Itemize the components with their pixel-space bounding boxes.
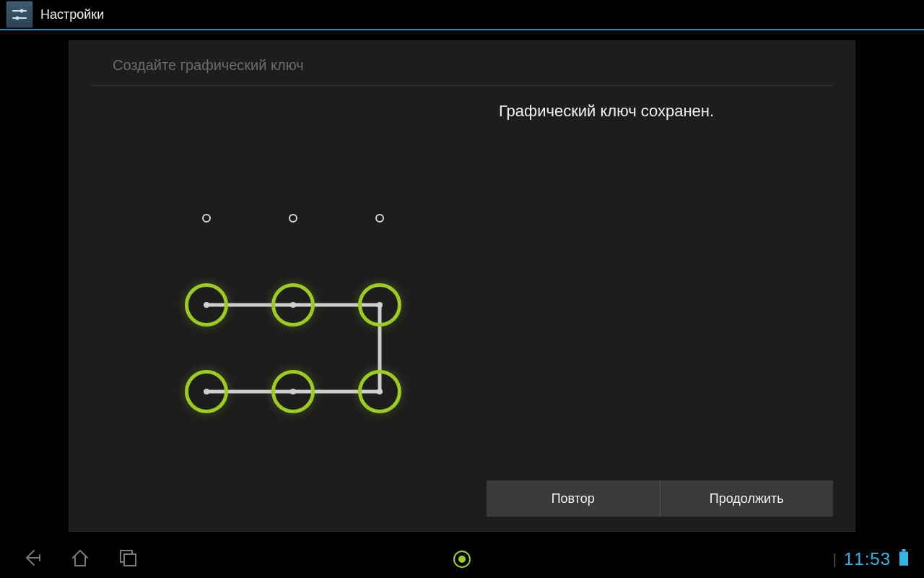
home-button[interactable] xyxy=(69,547,91,571)
system-navigation-bar: | 11:53 xyxy=(0,540,924,578)
pattern-dot-0[interactable] xyxy=(185,197,228,240)
status-divider: | xyxy=(833,551,837,568)
pattern-dot-7[interactable] xyxy=(271,370,315,413)
continue-button[interactable]: Продолжить xyxy=(661,480,834,517)
content-panel: Создайте графический ключ Графический кл… xyxy=(69,40,855,532)
svg-point-3 xyxy=(16,17,19,20)
svg-point-2 xyxy=(20,9,24,13)
svg-rect-7 xyxy=(902,549,906,552)
center-indicator-icon xyxy=(453,551,471,568)
settings-icon xyxy=(6,1,33,28)
divider xyxy=(91,85,833,86)
recent-apps-button[interactable] xyxy=(117,547,139,571)
pattern-dot-5[interactable] xyxy=(358,283,401,327)
battery-icon xyxy=(898,549,910,569)
back-button[interactable] xyxy=(22,547,43,571)
button-bar: Повтор Продолжить xyxy=(487,480,833,517)
pattern-lock-grid[interactable] xyxy=(185,197,401,413)
pattern-dot-2[interactable] xyxy=(358,197,401,240)
pattern-dot-3[interactable] xyxy=(185,283,228,327)
action-bar-title: Настройки xyxy=(40,7,104,22)
pattern-dot-8[interactable] xyxy=(358,370,401,413)
panel-title: Создайте графический ключ xyxy=(69,41,855,85)
pattern-dot-1[interactable] xyxy=(271,197,315,240)
pattern-status-message: Графический ключ сохранен. xyxy=(358,102,855,121)
status-tray[interactable]: | 11:53 xyxy=(833,549,924,569)
pattern-dot-6[interactable] xyxy=(185,370,228,413)
pattern-dot-4[interactable] xyxy=(271,283,315,327)
retry-button[interactable]: Повтор xyxy=(487,480,660,517)
svg-rect-5 xyxy=(124,554,136,566)
action-bar: Настройки xyxy=(0,0,924,30)
clock: 11:53 xyxy=(844,549,891,569)
svg-rect-6 xyxy=(899,552,908,566)
